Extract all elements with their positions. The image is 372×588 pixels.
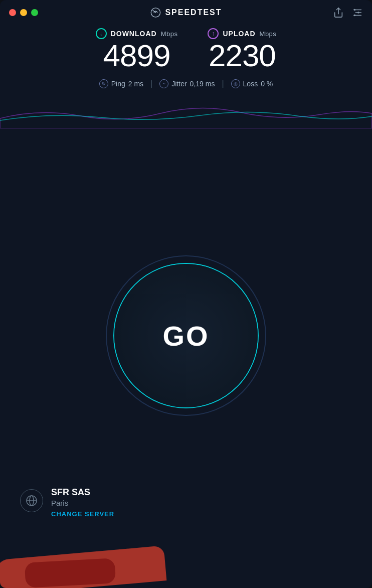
upload-block: ↑ UPLOAD Mbps 2230: [208, 28, 276, 71]
speed-row: ↓ DOWNLOAD Mbps 4899 ↑ UPLOAD Mbps 2230: [15, 28, 357, 71]
title-actions: [333, 7, 363, 18]
redacted-area: [0, 543, 372, 588]
stats-area: ↓ DOWNLOAD Mbps 4899 ↑ UPLOAD Mbps 2230 …: [0, 23, 372, 95]
separator-1: |: [150, 79, 152, 88]
svg-point-5: [354, 9, 356, 11]
wave-area: [0, 98, 372, 128]
svg-point-6: [357, 12, 359, 14]
settings-button[interactable]: [352, 7, 363, 18]
loss-label: Loss: [243, 80, 258, 88]
wave-svg: [0, 98, 372, 128]
app-title: SPEEDTEST: [150, 7, 222, 18]
download-block: ↓ DOWNLOAD Mbps 4899: [96, 28, 178, 71]
loss-icon: ◎: [231, 79, 240, 88]
separator-2: |: [222, 79, 224, 88]
redacted-blob-2: [25, 558, 116, 587]
upload-value: 2230: [209, 40, 276, 71]
maximize-button[interactable]: [31, 9, 38, 16]
download-label-row: ↓ DOWNLOAD Mbps: [96, 28, 178, 39]
server-info: SFR SAS Paris CHANGE SERVER: [20, 487, 114, 518]
ping-label: Ping: [111, 80, 125, 88]
traffic-lights: [9, 9, 38, 16]
speedtest-logo-icon: [150, 7, 161, 18]
download-icon: ↓: [96, 28, 107, 39]
share-button[interactable]: [333, 7, 344, 18]
title-bar: SPEEDTEST: [0, 0, 372, 23]
jitter-value: 0,19 ms: [190, 80, 215, 88]
app-window: SPEEDTEST: [0, 0, 372, 588]
close-button[interactable]: [9, 9, 16, 16]
jitter-item: ~ Jitter 0,19 ms: [159, 79, 215, 88]
ping-row: ↻ Ping 2 ms | ~ Jitter 0,19 ms | ◎ Loss …: [99, 79, 273, 88]
download-value: 4899: [103, 40, 170, 71]
minimize-button[interactable]: [20, 9, 27, 16]
middle-area: GO SFR SAS Paris CHANGE SERVER: [0, 128, 372, 543]
server-name: SFR SAS: [51, 487, 114, 498]
go-button[interactable]: GO: [113, 263, 259, 408]
svg-point-7: [354, 15, 356, 17]
go-button-container: GO: [106, 255, 266, 416]
upload-icon: ↑: [208, 28, 219, 39]
jitter-label: Jitter: [171, 80, 187, 88]
change-server-button[interactable]: CHANGE SERVER: [51, 510, 114, 518]
server-details: SFR SAS Paris CHANGE SERVER: [51, 487, 114, 518]
jitter-icon: ~: [159, 79, 168, 88]
globe-icon: [20, 489, 43, 512]
loss-value: 0 %: [261, 80, 273, 88]
loss-item: ◎ Loss 0 %: [231, 79, 273, 88]
ping-icon: ↻: [99, 79, 108, 88]
ping-value: 2 ms: [128, 80, 143, 88]
ping-item: ↻ Ping 2 ms: [99, 79, 143, 88]
server-location: Paris: [51, 499, 114, 507]
go-label: GO: [162, 320, 209, 352]
upload-label-row: ↑ UPLOAD Mbps: [208, 28, 276, 39]
go-outer-ring: GO: [106, 255, 266, 416]
